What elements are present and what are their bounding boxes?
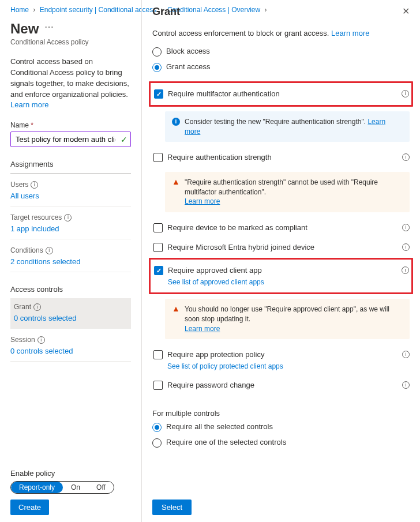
info-icon[interactable]: i [33,303,41,311]
require-approved-app-label: Require approved client app [168,266,262,275]
info-icon[interactable]: i [31,181,38,189]
page-title: New [10,21,39,37]
grant-value-link[interactable]: 0 controls selected [14,314,76,322]
info-icon: i [172,118,180,126]
breadcrumb: Home › Endpoint security | Conditional a… [10,6,131,14]
info-banner-strength: i Consider testing the new "Require auth… [165,111,410,142]
select-button[interactable]: Select [152,500,192,515]
require-auth-strength-checkbox[interactable] [153,153,163,162]
toggle-off[interactable]: Off [88,482,114,493]
protected-apps-link[interactable]: See list of policy protected client apps [167,362,397,371]
info-icon[interactable]: i [402,243,410,251]
conditions-value-link[interactable]: 2 conditions selected [10,257,80,266]
breadcrumb-endpoint[interactable]: Endpoint security | Conditional access [40,6,157,14]
warning-icon: ▲ [172,178,180,186]
require-app-protection-checkbox[interactable] [153,350,163,359]
session-value-link[interactable]: 0 controls selected [10,347,73,355]
grant-panel-title: Grant [152,6,180,18]
create-button[interactable]: Create [10,500,49,515]
info-icon[interactable]: i [46,247,53,254]
approved-apps-link[interactable]: See list of approved client apps [168,277,396,287]
highlight-approved-app: Require approved client app See list of … [149,258,413,294]
conditions-label: Conditions i [10,246,131,254]
policy-name-input[interactable] [10,132,131,147]
target-label: Target resources i [10,213,131,221]
require-mfa-label: Require multifactor authentication [168,89,408,99]
info-icon[interactable]: i [64,214,72,221]
require-compliant-label: Require device to be marked as compliant [167,223,408,233]
more-icon[interactable]: ⋯ [44,21,54,32]
require-all-label: Require all the selected controls [166,422,273,431]
toggle-on[interactable]: On [63,482,88,493]
require-compliant-checkbox[interactable] [153,223,163,232]
info-icon[interactable]: i [402,224,410,231]
require-hybrid-checkbox[interactable] [153,243,163,252]
require-mfa-checkbox[interactable] [154,89,163,99]
grant-access-label: Grant access [166,62,211,71]
info-icon[interactable]: i [402,90,409,97]
grant-access-radio[interactable] [152,63,162,72]
info-icon[interactable]: i [402,381,410,389]
users-label: Users i [10,181,131,189]
learn-more-link[interactable]: Learn more [185,325,220,333]
grant-label: Grant i [14,303,127,311]
info-icon[interactable]: i [402,351,410,358]
target-value-link[interactable]: 1 app included [10,224,59,233]
info-icon[interactable]: i [38,336,45,344]
warning-icon: ▲ [172,305,180,313]
require-app-protection-label: Require app protection policy [167,350,264,359]
left-panel: Home › Endpoint security | Conditional a… [0,0,141,522]
learn-more-link[interactable]: Learn more [10,100,48,109]
info-icon[interactable]: i [402,153,410,161]
access-controls-heading: Access controls [10,285,131,296]
learn-more-link[interactable]: Learn more [185,197,220,205]
require-one-radio[interactable] [152,438,162,448]
page-description: Control access based on Conditional Acce… [10,57,131,111]
enable-policy-label: Enable policy [10,469,131,478]
users-value-link[interactable]: All users [10,191,39,200]
require-password-change-checkbox[interactable] [153,381,163,390]
close-icon[interactable]: ✕ [402,6,410,17]
warning-banner-strength: ▲ "Require authentication strength" cann… [165,172,410,212]
require-password-change-label: Require password change [167,380,408,390]
grant-row-selected[interactable]: Grant i 0 controls selected [10,298,131,328]
breadcrumb-home[interactable]: Home [10,6,29,14]
require-one-label: Require one of the selected controls [166,438,286,446]
assignments-heading: Assignments [10,160,131,174]
grant-panel: Grant ✕ Control access enforcement to bl… [141,0,420,522]
warning-banner-approved: ▲ You should no longer use "Require appr… [165,299,410,339]
block-access-radio[interactable] [152,47,162,57]
page-subtitle: Conditional Access policy [10,38,131,46]
highlight-mfa: Require multifactor authentication i [149,81,413,107]
session-label: Session i [10,336,131,344]
check-icon: ✓ [121,135,127,144]
name-label: Name * [10,121,131,129]
require-auth-strength-label: Require authentication strength [167,152,408,163]
block-access-label: Block access [166,47,210,55]
require-approved-app-checkbox[interactable] [154,266,163,275]
learn-more-link[interactable]: Learn more [331,29,369,37]
info-icon[interactable]: i [402,266,409,274]
grant-panel-description: Control access enforcement to block or g… [152,28,410,39]
toggle-report-only[interactable]: Report-only [11,482,63,493]
for-multiple-label: For multiple controls [152,409,410,418]
require-all-radio[interactable] [152,423,162,432]
enable-policy-toggle[interactable]: Report-only On Off [10,481,114,494]
require-hybrid-label: Require Microsoft Entra hybrid joined de… [167,242,408,253]
chevron-right-icon: › [33,6,35,14]
